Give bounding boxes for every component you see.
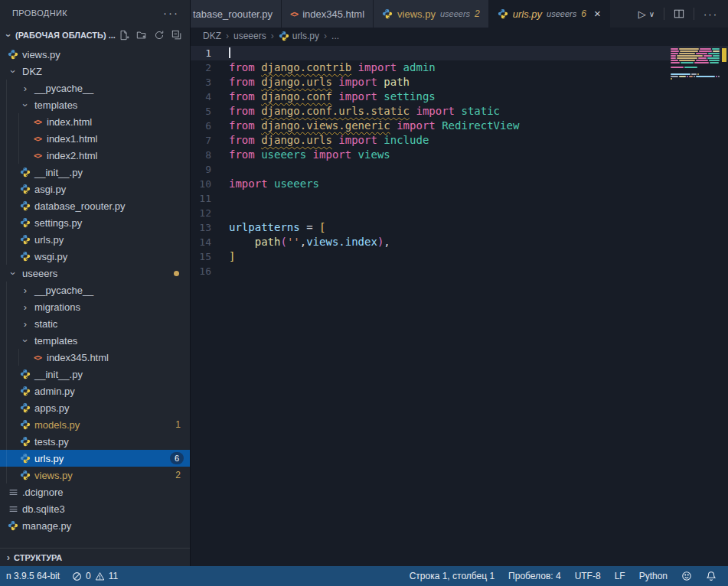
line-number[interactable]: 10 [191, 177, 229, 191]
tree-item-models-py[interactable]: models.py1 [0, 416, 190, 433]
tree-item-index-html[interactable]: <>index.html [0, 113, 190, 130]
line-number[interactable]: 13 [191, 220, 229, 235]
tree-item--init-py[interactable]: __init__.py [0, 164, 190, 181]
tree-item--dcignore[interactable]: .dcignore [0, 483, 190, 500]
tree-item-useeers[interactable]: ›useeers [0, 265, 190, 282]
new-folder-button[interactable] [136, 30, 147, 41]
tree-item-urls-py[interactable]: urls.py6 [0, 450, 190, 467]
minimap-token [694, 62, 709, 63]
tree-item-apps-py[interactable]: apps.py [0, 399, 190, 416]
tree-item--pycache-[interactable]: ›__pycache__ [0, 80, 190, 96]
eol-selector[interactable]: LF [608, 566, 632, 586]
tree-item-index1-html[interactable]: <>index1.html [0, 130, 190, 147]
tree-item-db-sqlite3[interactable]: db.sqlite3 [0, 500, 190, 517]
breadcrumb-ellipsis[interactable]: ... [331, 31, 339, 41]
tab-urls-py[interactable]: urls.pyuseeers6× [489, 0, 610, 28]
tree-item-static[interactable]: ›static [0, 315, 190, 332]
config-file-icon [8, 487, 18, 497]
code-line-15[interactable]: 15] [191, 249, 728, 264]
tree-item-index2-html[interactable]: <>index2.html [0, 147, 190, 164]
chevron-down-icon: › [20, 99, 31, 110]
outline-section-header[interactable]: › СТРУКТУРА [0, 548, 190, 566]
cursor-position[interactable]: Строка 1, столбец 1 [403, 566, 501, 586]
tree-item-database-roouter-py[interactable]: database_roouter.py [0, 197, 190, 214]
tree-item-manage-py[interactable]: manage.py [0, 517, 190, 534]
code-line-4[interactable]: 4from django.conf import settings [191, 90, 728, 104]
collapse-folders-button[interactable] [171, 30, 182, 41]
tree-item-views-py[interactable]: views.py [0, 46, 190, 63]
line-number[interactable]: 16 [191, 264, 229, 278]
split-editor-button[interactable] [674, 8, 684, 19]
indentation-setting[interactable]: Пробелов: 4 [501, 566, 568, 586]
explorer-more-actions-icon[interactable]: ··· [163, 9, 179, 17]
code-line-6[interactable]: 6from django.views.generic import Redire… [191, 119, 728, 133]
line-number[interactable]: 5 [191, 104, 229, 119]
minimap-token [712, 48, 720, 50]
tree-item-templates[interactable]: ›templates [0, 96, 190, 113]
line-number[interactable]: 14 [191, 235, 229, 249]
tree-item--init-py[interactable]: __init__.py [0, 366, 190, 383]
tree-item-urls-py[interactable]: urls.py [0, 231, 190, 248]
line-number[interactable]: 8 [191, 148, 229, 162]
tree-item--pycache-[interactable]: ›__pycache__ [0, 282, 190, 298]
more-actions-icon[interactable]: ··· [704, 8, 718, 20]
tab-tabase-roouter-py[interactable]: tabase_roouter.py [191, 0, 282, 28]
tree-item-views-py[interactable]: views.py2 [0, 467, 190, 483]
breadcrumb-item-urls-py[interactable]: urls.py [279, 31, 319, 41]
tree-item-templates[interactable]: ›templates [0, 332, 190, 349]
code-line-8[interactable]: 8from useeers import views [191, 148, 728, 162]
run-python-file-button[interactable]: ▷ ∨ [638, 8, 655, 20]
minimap-token [680, 50, 698, 52]
code-line-5[interactable]: 5from django.conf.urls.static import sta… [191, 104, 728, 119]
code-line-14[interactable]: 14 path('',views.index), [191, 235, 728, 249]
tree-item-wsgi-py[interactable]: wsgi.py [0, 248, 190, 265]
html-file-icon: <> [34, 151, 41, 160]
tree-item-migrations[interactable]: ›migrations [0, 298, 190, 315]
problems-indicator[interactable]: 0 11 [66, 566, 124, 586]
code-line-10[interactable]: 10import useeers [191, 177, 728, 191]
tab-views-py[interactable]: views.pyuseeers2 [374, 0, 489, 28]
line-number[interactable]: 6 [191, 119, 229, 133]
line-number[interactable]: 1 [191, 46, 229, 60]
code-line-12[interactable]: 12 [191, 206, 728, 220]
language-mode-selector[interactable]: Python [632, 566, 674, 586]
tab-index345-html[interactable]: <>index345.html [282, 0, 374, 28]
python-file-icon [20, 234, 31, 245]
line-number[interactable]: 7 [191, 133, 229, 148]
line-number[interactable]: 12 [191, 206, 229, 220]
python-interpreter-status[interactable]: n 3.9.5 64-bit [0, 566, 66, 586]
code-line-2[interactable]: 2from django.contrib import admin [191, 60, 728, 75]
line-number[interactable]: 3 [191, 75, 229, 90]
notifications-button[interactable] [699, 566, 723, 586]
line-number[interactable]: 11 [191, 191, 229, 206]
line-number[interactable]: 9 [191, 162, 229, 177]
folder-chevron-slot: › [18, 318, 32, 330]
tree-item-tests-py[interactable]: tests.py [0, 433, 190, 450]
code-line-11[interactable]: 11 [191, 191, 728, 206]
encoding-selector[interactable]: UTF-8 [568, 566, 608, 586]
indent-guide [6, 450, 18, 467]
code-line-3[interactable]: 3from django.urls import path [191, 75, 728, 90]
code-line-1[interactable]: 1 [191, 46, 728, 60]
tree-item-index345-html[interactable]: <>index345.html [0, 349, 190, 366]
code-line-9[interactable]: 9 [191, 162, 728, 177]
tree-item-asgi-py[interactable]: asgi.py [0, 181, 190, 197]
tree-item-settings-py[interactable]: settings.py [0, 214, 190, 231]
minimap[interactable] [671, 46, 720, 83]
code-line-13[interactable]: 13urlpatterns = [ [191, 220, 728, 235]
new-file-button[interactable] [119, 30, 129, 41]
tree-item-dkz[interactable]: ›DKZ [0, 63, 190, 80]
breadcrumb-item-useeers[interactable]: useeers [233, 31, 266, 41]
line-number[interactable]: 15 [191, 249, 229, 264]
workspace-section-header[interactable]: › (РАБОЧАЯ ОБЛАСТЬ) ... [0, 26, 190, 44]
line-number[interactable]: 2 [191, 60, 229, 75]
feedback-button[interactable] [674, 566, 699, 586]
code-line-16[interactable]: 16 [191, 264, 728, 278]
code-line-7[interactable]: 7from django.urls import include [191, 133, 728, 148]
close-icon[interactable]: × [594, 9, 601, 18]
tree-item-admin-py[interactable]: admin.py [0, 383, 190, 399]
code-editor[interactable]: 12from django.contrib import admin3from … [191, 44, 728, 566]
line-number[interactable]: 4 [191, 90, 229, 104]
breadcrumb-item-dkz[interactable]: DKZ [203, 31, 221, 41]
refresh-icon[interactable] [154, 30, 165, 41]
